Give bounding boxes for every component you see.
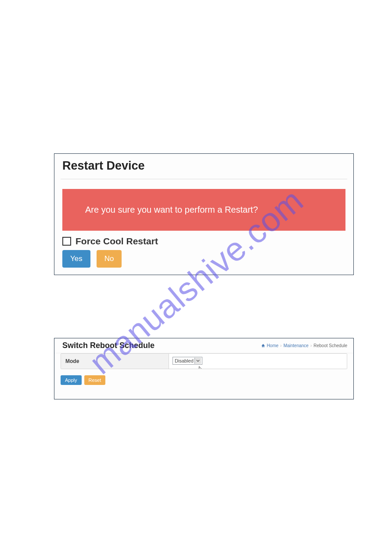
restart-confirm-alert: Are you sure you want to perform a Resta… [62, 189, 345, 231]
mode-label: Mode [61, 354, 169, 369]
no-button[interactable]: No [97, 250, 122, 268]
reboot-schedule-figure: Switch Reboot Schedule Home › Maintenanc… [54, 338, 354, 399]
reboot-schedule-title: Switch Reboot Schedule [62, 341, 155, 350]
force-cool-restart-checkbox[interactable] [62, 237, 71, 246]
mode-row: Mode Disabled [61, 353, 347, 369]
breadcrumb-separator-icon: › [280, 343, 281, 348]
breadcrumb-current: Reboot Schedule [313, 343, 347, 348]
breadcrumb-maintenance[interactable]: Maintenance [284, 343, 309, 348]
apply-button[interactable]: Apply [61, 375, 82, 385]
reset-button[interactable]: Reset [84, 375, 106, 385]
yes-button[interactable]: Yes [62, 250, 90, 268]
force-cool-restart-label: Force Cool Restart [76, 236, 158, 247]
mode-select[interactable]: Disabled [173, 357, 202, 365]
breadcrumb-home[interactable]: Home [267, 343, 279, 348]
chevron-down-icon [194, 358, 201, 364]
mode-select-value: Disabled [175, 358, 194, 363]
restart-device-title: Restart Device [61, 156, 347, 179]
restart-device-figure: Restart Device Are you sure you want to … [54, 153, 354, 275]
force-cool-restart-row: Force Cool Restart [62, 236, 345, 247]
home-icon [261, 344, 265, 348]
breadcrumb: Home › Maintenance › Reboot Schedule [261, 343, 347, 348]
breadcrumb-separator-icon: › [310, 343, 312, 348]
cursor-icon [198, 366, 204, 369]
